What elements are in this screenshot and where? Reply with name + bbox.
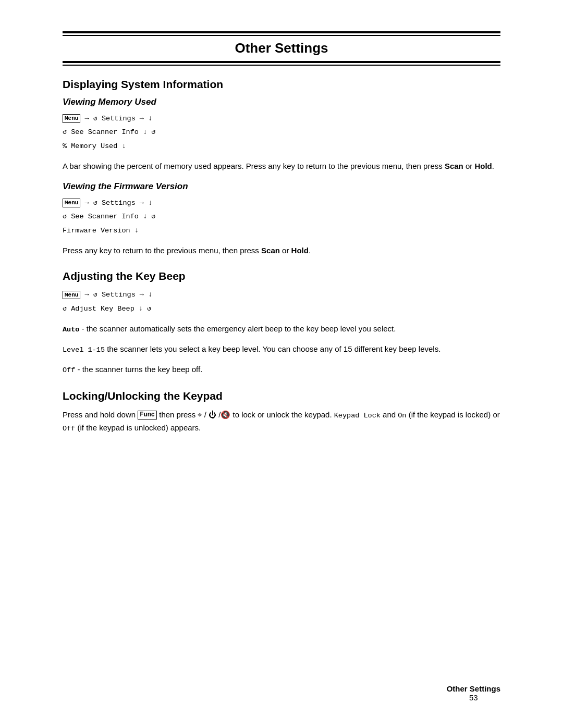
nav-firmware-arrow: → ↺ Settings → ↓ (80, 199, 152, 207)
para-memory-hold: Hold (474, 162, 492, 170)
section-heading-keybeep: Adjusting the Key Beep (63, 270, 500, 282)
subsection-viewing-memory: Viewing Memory Used Menu → ↺ Settings → … (63, 97, 500, 172)
nav-line-memory-2: ↺ See Scanner Info ↓ ↺ (63, 126, 500, 139)
para-off-prefix: Off (63, 366, 75, 374)
para-memory-text1: A bar showing the percent of memory used… (63, 162, 445, 170)
para-firmware-period: . (309, 246, 311, 255)
menu-key-keybeep: Menu (63, 291, 80, 299)
para-keypad-and: and (381, 410, 398, 419)
menu-key-firmware-1: Menu (63, 199, 80, 207)
nav-keybeep-2-text: ↺ Adjust Key Beep ↓ ↺ (63, 305, 151, 313)
subsection-viewing-firmware: Viewing the Firmware Version Menu → ↺ Se… (63, 181, 500, 256)
rule-top-thick (63, 31, 500, 33)
rule-bottom-thick (63, 61, 500, 63)
nav-memory-2-text: ↺ See Scanner Info ↓ ↺ (63, 128, 155, 136)
nav-line-keybeep-2: ↺ Adjust Key Beep ↓ ↺ (63, 303, 500, 315)
keypad-icons: ⌖ / ⏻ /🔇 (198, 410, 230, 419)
para-firmware-body: Press any key to return to the previous … (63, 244, 500, 256)
keypad-on-text: On (398, 412, 406, 419)
nav-line-keybeep-1: Menu → ↺ Settings → ↓ (63, 289, 500, 301)
nav-keybeep-arrow: → ↺ Settings → ↓ (80, 291, 152, 299)
section-displaying-system-info: Displaying System Information Viewing Me… (63, 78, 500, 256)
para-firmware-hold: Hold (291, 246, 309, 255)
nav-line-firmware-2: ↺ See Scanner Info ↓ ↺ (63, 211, 500, 223)
para-firmware-text1: Press any key to return to the previous … (63, 246, 261, 255)
para-auto: Auto - the scanner automatically sets th… (63, 323, 500, 336)
para-keypad-to: to lock or unlock the keypad. (230, 410, 334, 419)
para-keypad-paren1: (if the keypad is locked) or (406, 410, 499, 419)
para-off: Off - the scanner turns the key beep off… (63, 363, 500, 376)
nav-block-firmware: Menu → ↺ Settings → ↓ ↺ See Scanner Info… (63, 197, 500, 237)
title-block: Other Settings (63, 31, 500, 66)
para-keypad-paren2: (if the keypad is unlocked) appears. (75, 423, 201, 432)
nav-firmware-3-text: Firmware Version ↓ (63, 227, 139, 235)
page-container: Other Settings Displaying System Informa… (0, 0, 563, 728)
chapter-title: Other Settings (63, 36, 500, 59)
para-firmware-scan: Scan (261, 246, 280, 255)
para-auto-text: - the scanner automatically sets the eme… (79, 324, 396, 333)
para-keypad-intro: Press and hold down (63, 410, 138, 419)
para-level-text: the scanner lets you select a key beep l… (105, 344, 440, 353)
menu-key-memory-1: Menu (63, 114, 80, 122)
nav-line-memory-3: % Memory Used ↓ (63, 140, 500, 153)
section-heading-keypad: Locking/Unlocking the Keypad (63, 390, 500, 402)
footer-page-number: 53 (447, 693, 500, 702)
para-level: Level 1-15 the scanner lets you select a… (63, 343, 500, 356)
nav-block-memory: Menu → ↺ Settings → ↓ ↺ See Scanner Info… (63, 113, 500, 153)
para-memory-body: A bar showing the percent of memory used… (63, 160, 500, 172)
func-key: Func (138, 411, 157, 420)
para-auto-prefix: Auto (63, 326, 79, 334)
para-level-prefix: Level 1-15 (63, 346, 105, 354)
keypad-lock-text: Keypad Lock (334, 412, 381, 419)
section-locking-keypad: Locking/Unlocking the Keypad Press and h… (63, 390, 500, 435)
rule-bottom-thin (63, 65, 500, 66)
para-memory-period: . (492, 162, 494, 170)
nav-block-keybeep: Menu → ↺ Settings → ↓ ↺ Adjust Key Beep … (63, 289, 500, 315)
nav-line-memory-1: Menu → ↺ Settings → ↓ (63, 113, 500, 125)
nav-line-firmware-3: Firmware Version ↓ (63, 225, 500, 237)
para-off-text: - the scanner turns the key beep off. (75, 365, 202, 374)
para-keypad-body: Press and hold down Func then press ⌖ / … (63, 409, 500, 435)
footer-chapter-title: Other Settings (447, 684, 500, 693)
footer: Other Settings 53 (447, 684, 500, 702)
section-key-beep: Adjusting the Key Beep Menu → ↺ Settings… (63, 270, 500, 376)
keypad-off-text: Off (63, 425, 75, 433)
nav-firmware-2-text: ↺ See Scanner Info ↓ ↺ (63, 213, 155, 220)
nav-line-firmware-1: Menu → ↺ Settings → ↓ (63, 197, 500, 209)
nav-arrow-1: → ↺ Settings → ↓ (80, 115, 152, 122)
para-memory-or: or (463, 162, 475, 170)
subsection-heading-firmware: Viewing the Firmware Version (63, 181, 500, 192)
nav-memory-3-text: % Memory Used ↓ (63, 142, 126, 150)
subsection-heading-memory: Viewing Memory Used (63, 97, 500, 107)
para-firmware-or: or (280, 246, 291, 255)
para-keypad-then: then press (157, 410, 198, 419)
section-heading-displaying: Displaying System Information (63, 78, 500, 91)
para-memory-scan: Scan (445, 162, 463, 170)
